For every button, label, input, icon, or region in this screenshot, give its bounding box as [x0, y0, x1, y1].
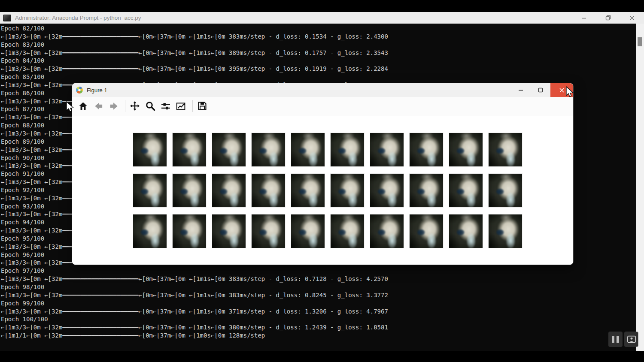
- generated-image-tile: [449, 133, 483, 166]
- terminal-line: ←[1m3/3←[0m ←[32m━━━━━━━━━━━━━━━━━━━━━←[…: [1, 49, 636, 57]
- generated-image-tile: [133, 174, 167, 207]
- generated-image-tile: [291, 174, 325, 207]
- generated-image-tile: [212, 174, 246, 207]
- terminal-minimize-button[interactable]: [572, 12, 596, 24]
- generated-image-tile: [173, 133, 206, 166]
- generated-image-tile: [449, 214, 483, 248]
- generated-image-tile: [370, 133, 404, 166]
- close-icon: [559, 87, 565, 93]
- media-overlay: [609, 332, 641, 347]
- presenter-button[interactable]: [625, 332, 638, 347]
- forward-arrow-icon: [109, 101, 119, 111]
- forward-button[interactable]: [109, 101, 119, 111]
- figure-toolbar: [72, 97, 573, 115]
- terminal-line: ←[1m3/3←[0m ←[32m━━━━━━━━━━━━━━━━━━━━━←[…: [1, 291, 636, 299]
- person-frame-icon: [627, 335, 636, 344]
- generated-image-tile: [173, 214, 206, 248]
- generated-image-tile: [212, 133, 246, 166]
- save-floppy-icon: [197, 101, 207, 111]
- restore-icon: [605, 15, 611, 21]
- figure-titlebar[interactable]: Figure 1: [72, 83, 573, 97]
- terminal-line: ←[1m3/3←[0m ←[32m━━━━━━━━━━━━━━━━━━━━━←[…: [1, 308, 636, 316]
- home-button[interactable]: [78, 101, 88, 111]
- figure-minimize-button[interactable]: [511, 83, 531, 97]
- generated-image-tile: [331, 214, 364, 248]
- magnifier-icon: [145, 101, 155, 111]
- generated-image-tile: [291, 214, 325, 248]
- generated-image-tile: [410, 214, 443, 248]
- back-arrow-icon: [94, 101, 103, 111]
- figure-window: Figure 1: [72, 83, 573, 265]
- pause-button[interactable]: [609, 332, 622, 347]
- generated-image-tile: [252, 214, 285, 248]
- close-icon: [629, 15, 635, 21]
- pan-icon: [130, 101, 140, 111]
- toolbar-separator: [125, 100, 125, 112]
- terminal-line: ←[1m3/3←[0m ←[32m━━━━━━━━━━━━━━━━━━━━━←[…: [1, 65, 636, 73]
- pan-button[interactable]: [130, 101, 140, 111]
- terminal-scrollbar[interactable]: [636, 24, 644, 351]
- toolbar-separator: [192, 100, 193, 112]
- matplotlib-logo-icon: [76, 87, 83, 94]
- generated-image-tile: [489, 214, 522, 248]
- terminal-titlebar: Administrator: Anaconda Prompt - python …: [0, 12, 644, 24]
- terminal-line: Epoch 82/100: [1, 24, 636, 33]
- scrollbar-thumb[interactable]: [638, 37, 642, 46]
- line-chart-icon: [176, 101, 186, 112]
- maximize-icon: [538, 87, 543, 93]
- home-icon: [78, 101, 88, 111]
- zoom-button[interactable]: [145, 101, 155, 111]
- generated-image-tile: [252, 133, 285, 166]
- generated-image-tile: [252, 174, 285, 207]
- minimize-icon: [518, 87, 523, 93]
- terminal-close-button[interactable]: [620, 12, 644, 24]
- terminal-line: Epoch 84/100: [1, 57, 636, 65]
- terminal-line: Epoch 97/100: [1, 267, 636, 275]
- configure-subplots-button[interactable]: [161, 101, 171, 111]
- terminal-line: Epoch 100/100: [1, 315, 636, 323]
- generated-image-tile: [331, 174, 364, 207]
- generated-image-tile: [133, 133, 167, 166]
- generated-image-tile: [489, 133, 522, 166]
- generated-image-tile: [489, 174, 522, 207]
- pause-icon: [612, 336, 619, 343]
- edit-axes-button[interactable]: [176, 101, 186, 111]
- generated-image-tile: [291, 133, 325, 166]
- terminal-line: ←[1m3/3←[0m ←[32m━━━━━━━━━━━━━━━━━━━━━←[…: [1, 323, 636, 332]
- figure-maximize-button[interactable]: [531, 83, 550, 97]
- sliders-icon: [161, 101, 171, 112]
- terminal-line: Epoch 83/100: [1, 41, 636, 49]
- generated-image-tile: [410, 133, 443, 166]
- terminal-window-title: Administrator: Anaconda Prompt - python …: [15, 15, 141, 21]
- generated-image-tile: [212, 214, 246, 248]
- figure-close-button[interactable]: [550, 83, 573, 97]
- terminal-line: Epoch 98/100: [1, 283, 636, 291]
- terminal-restore-button[interactable]: [596, 12, 620, 24]
- terminal-line: Epoch 99/100: [1, 299, 636, 308]
- generated-image-tile: [449, 174, 483, 207]
- generated-image-tile: [331, 133, 364, 166]
- terminal-line: ←[1m3/3←[0m ←[32m━━━━━━━━━━━━━━━━━━━━━←[…: [1, 275, 636, 283]
- back-button[interactable]: [93, 101, 103, 111]
- generated-image-tile: [173, 174, 206, 207]
- generated-image-grid: [133, 133, 522, 248]
- generated-image-tile: [370, 174, 404, 207]
- terminal-line: ←[1m1/1←[0m ←[32m━━━━━━━━━━━━━━━━━━━━━←[…: [1, 332, 636, 340]
- figure-canvas: [72, 115, 573, 265]
- generated-image-tile: [410, 174, 443, 207]
- terminal-line: ←[1m3/3←[0m ←[32m━━━━━━━━━━━━━━━━━━━━━←[…: [1, 33, 636, 41]
- figure-title: Figure 1: [87, 87, 107, 94]
- save-button[interactable]: [197, 101, 207, 111]
- generated-image-tile: [370, 214, 404, 248]
- console-app-icon: [3, 15, 11, 21]
- terminal-line: Epoch 85/100: [1, 73, 636, 81]
- generated-image-tile: [133, 214, 167, 248]
- minimize-icon: [581, 15, 586, 21]
